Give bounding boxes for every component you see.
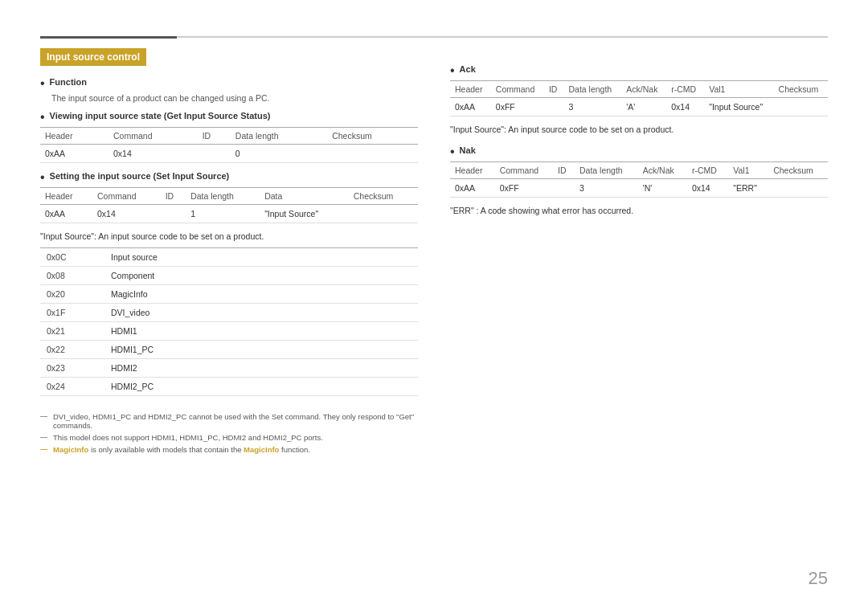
code-hex: 0x0C (40, 248, 104, 267)
nak-bullet: • Nak (450, 145, 828, 158)
code-hex: 0x23 (40, 359, 104, 378)
code-label: Input source (104, 248, 418, 267)
col-header: ID (544, 81, 564, 98)
setting-bullet: • Setting the input source (Set Input So… (40, 171, 418, 184)
code-label: HDMI1_PC (104, 341, 418, 359)
code-row: 0x1F DVI_video (40, 304, 418, 322)
top-line-accent (40, 36, 177, 39)
bullet-dot-3: • (40, 171, 45, 184)
col-header: Data length (575, 162, 638, 179)
function-desc: The input source of a product can be cha… (51, 93, 418, 103)
col-header: Command (92, 188, 161, 205)
col-header-command: Command (108, 128, 198, 145)
cell (774, 98, 828, 116)
cell: 0x14 (666, 98, 704, 116)
input-source-note-2: "Input Source": An input source code to … (450, 125, 828, 134)
col-header: ID (553, 162, 575, 179)
col-header: Data length (186, 188, 260, 205)
footnote-1: ― DVI_video, HDMI1_PC and HDMI2_PC canno… (40, 412, 418, 430)
col-header-datalength: Data length (231, 128, 327, 145)
function-bullet: • Function (40, 77, 418, 90)
input-source-note: "Input Source": An input source code to … (40, 231, 418, 241)
cell (553, 179, 575, 198)
cell: 0xFF (495, 179, 553, 198)
table-row: 0xAA 0x14 0 (40, 145, 418, 163)
left-column: Input source control • Function The inpu… (40, 48, 418, 457)
code-hex: 0x21 (40, 322, 104, 341)
footnote-marker-yellow: ― (40, 445, 50, 453)
code-row: 0x23 HDMI2 (40, 359, 418, 378)
cell (161, 205, 186, 223)
right-column: • Ack Header Command ID Data length Ack/… (450, 48, 828, 457)
code-hex: 0x22 (40, 341, 104, 359)
footnote-2: ― This model does not support HDMI1, HDM… (40, 433, 418, 442)
code-hex: 0x1F (40, 304, 104, 322)
cell: 1 (186, 205, 260, 223)
cell: 0 (231, 145, 327, 163)
code-label: MagicInfo (104, 285, 418, 304)
cell: 0xAA (450, 98, 491, 116)
code-row: 0x20 MagicInfo (40, 285, 418, 304)
magicinfo-label-2: MagicInfo (244, 445, 279, 454)
col-header-checksum: Checksum (327, 128, 418, 145)
cell: "Input Source" (260, 205, 349, 223)
viewing-bullet: • Viewing input source state (Get Input … (40, 111, 418, 124)
footnote-marker: ― (40, 412, 50, 420)
col-header: Command (495, 162, 553, 179)
cell: 3 (563, 98, 621, 116)
cell: 'N' (638, 179, 687, 198)
code-table: 0x0C Input source 0x08 Component 0x20 Ma… (40, 247, 418, 396)
col-header: Data (260, 188, 349, 205)
bullet-dot-2: • (40, 111, 45, 124)
cell (198, 145, 231, 163)
cell: 3 (575, 179, 638, 198)
col-header: Ack/Nak (638, 162, 687, 179)
code-hex: 0x24 (40, 378, 104, 396)
code-row: 0x21 HDMI1 (40, 322, 418, 341)
code-row: 0x24 HDMI2_PC (40, 378, 418, 396)
cell: 0x14 (92, 205, 161, 223)
col-header: Checksum (774, 81, 828, 98)
ack-bullet: • Ack (450, 64, 828, 77)
footnote-text: This model does not support HDMI1, HDMI1… (53, 433, 323, 442)
code-label: HDMI2 (104, 359, 418, 378)
code-label: HDMI2_PC (104, 378, 418, 396)
setting-table: Header Command ID Data length Data Check… (40, 187, 418, 223)
col-header: r-CMD (666, 81, 704, 98)
footnote-marker: ― (40, 433, 50, 441)
col-header: Checksum (349, 188, 418, 205)
col-header: Ack/Nak (621, 81, 666, 98)
cell (327, 145, 418, 163)
cell: 0xAA (40, 145, 108, 163)
code-row: 0x22 HDMI1_PC (40, 341, 418, 359)
col-header: Header (40, 188, 92, 205)
table-row: 0xAA 0xFF 3 'A' 0x14 "Input Source" (450, 98, 828, 116)
cell: "ERR" (728, 179, 768, 198)
err-note: "ERR" : A code showing what error has oc… (450, 206, 828, 215)
cell: 0xAA (450, 179, 495, 198)
viewing-table: Header Command ID Data length Checksum 0… (40, 127, 418, 163)
code-label: HDMI1 (104, 322, 418, 341)
ack-table: Header Command ID Data length Ack/Nak r-… (450, 80, 828, 116)
col-header: Data length (563, 81, 621, 98)
footnote-text: DVI_video, HDMI1_PC and HDMI2_PC cannot … (53, 412, 418, 430)
code-hex: 0x20 (40, 285, 104, 304)
code-row: 0x08 Component (40, 267, 418, 285)
table-row: 0xAA 0x14 1 "Input Source" (40, 205, 418, 223)
col-header: ID (161, 188, 186, 205)
col-header: Command (491, 81, 544, 98)
function-label: Function (50, 77, 87, 87)
magicinfo-label: MagicInfo (53, 445, 88, 454)
code-hex: 0x08 (40, 267, 104, 285)
cell: 0x14 (108, 145, 198, 163)
bullet-dot-ack: • (450, 64, 455, 77)
col-header-header: Header (40, 128, 108, 145)
footnote-text: MagicInfo is only available with models … (53, 445, 310, 454)
setting-label: Setting the input source (Set Input Sour… (50, 171, 230, 181)
page-number: 25 (809, 568, 828, 589)
footnotes: ― DVI_video, HDMI1_PC and HDMI2_PC canno… (40, 412, 418, 454)
cell (349, 205, 418, 223)
col-header: Header (450, 81, 491, 98)
cell (768, 179, 828, 198)
cell: 0xFF (491, 98, 544, 116)
